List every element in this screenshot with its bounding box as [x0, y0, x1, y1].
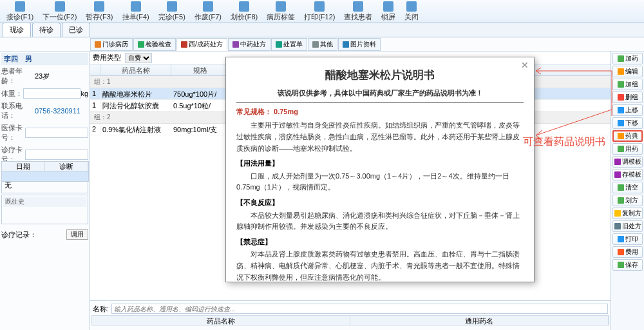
subtab[interactable]: 西/成药处方: [176, 38, 227, 51]
tab[interactable]: 已诊: [62, 23, 90, 37]
toolbar-btn[interactable]: 完诊(F5): [155, 0, 189, 23]
toolbar-btn[interactable]: 接诊(F1): [3, 0, 37, 23]
subtab[interactable]: 中药处方: [228, 38, 270, 51]
subtab[interactable]: 其他: [308, 38, 337, 51]
toolbar-btn[interactable]: 下一位(F2): [39, 0, 80, 23]
subtab[interactable]: 检验检查: [133, 38, 176, 51]
patient-panel: 李四 男 患者年龄：23岁 体重：kg 联系电话：0756-3230911 医保…: [0, 52, 90, 330]
invoke-button[interactable]: 调用: [66, 229, 88, 240]
toolbar-btn[interactable]: 暂存(F3): [82, 0, 117, 23]
toolbar-btn[interactable]: 划价(F8): [227, 0, 261, 23]
action-btn-调模板[interactable]: 调模板: [612, 156, 643, 168]
drug-manual-popup: ✕ 醋酸地塞米松片说明书 该说明仅供参考，具体以中国药典或厂家生产的药品说明书为…: [225, 57, 535, 282]
tab[interactable]: 待诊: [32, 23, 61, 37]
annotation: 可查看药品说明书: [523, 135, 605, 149]
action-btn-复制方[interactable]: 复制方: [612, 208, 643, 219]
action-btn-加药[interactable]: 加药: [612, 53, 643, 64]
toolbar-btn[interactable]: 挂单(F4): [118, 0, 153, 23]
patient-name: 李四: [4, 55, 18, 63]
close-icon[interactable]: ✕: [520, 60, 530, 70]
dept-input[interactable]: [25, 150, 88, 160]
action-btn-费用[interactable]: 费用: [612, 246, 643, 258]
toolbar-btn[interactable]: 打印(F12): [300, 0, 339, 23]
action-btn-打印[interactable]: 打印: [612, 233, 643, 245]
main-tabs: 现诊待诊已诊: [0, 23, 644, 37]
subtab[interactable]: 图片资料: [338, 38, 381, 51]
card-input[interactable]: [25, 128, 88, 138]
action-btn-清空[interactable]: 清空: [612, 182, 643, 193]
action-btn-保存[interactable]: 保存: [612, 259, 643, 271]
patient-sex: 男: [25, 55, 32, 63]
action-btn-旧处方[interactable]: 旧处方: [612, 220, 643, 232]
diag-row[interactable]: [1, 171, 89, 182]
drug-search: 名称: 药品名称通用药名: [90, 300, 611, 330]
weight-input[interactable]: [23, 88, 81, 99]
action-btn-存模板[interactable]: 存模板: [612, 169, 643, 180]
fee-select[interactable]: 自费: [125, 53, 152, 63]
tab[interactable]: 现诊: [3, 23, 31, 37]
popup-title: 醋酸地塞米松片说明书: [236, 66, 524, 84]
toolbar-btn[interactable]: 病历标签: [263, 0, 299, 23]
action-btn-划方[interactable]: 划方: [612, 195, 643, 206]
toolbar-btn[interactable]: 查找患者: [340, 0, 376, 23]
toolbar-btn[interactable]: 锁屏: [377, 0, 399, 23]
toolbar-btn[interactable]: 作废(F7): [191, 0, 225, 23]
sub-tabs: 门诊病历检验检查西/成药处方中药处方处置单其他图片资料: [0, 37, 644, 52]
subtab[interactable]: 门诊病历: [90, 38, 133, 51]
subtab[interactable]: 处置单: [271, 38, 307, 51]
drug-search-input[interactable]: [111, 304, 608, 314]
main-toolbar: 接诊(F1)下一位(F2)暂存(F3)挂单(F4)完诊(F5)作废(F7)划价(…: [0, 0, 644, 23]
toolbar-btn[interactable]: 关闭: [401, 0, 422, 23]
